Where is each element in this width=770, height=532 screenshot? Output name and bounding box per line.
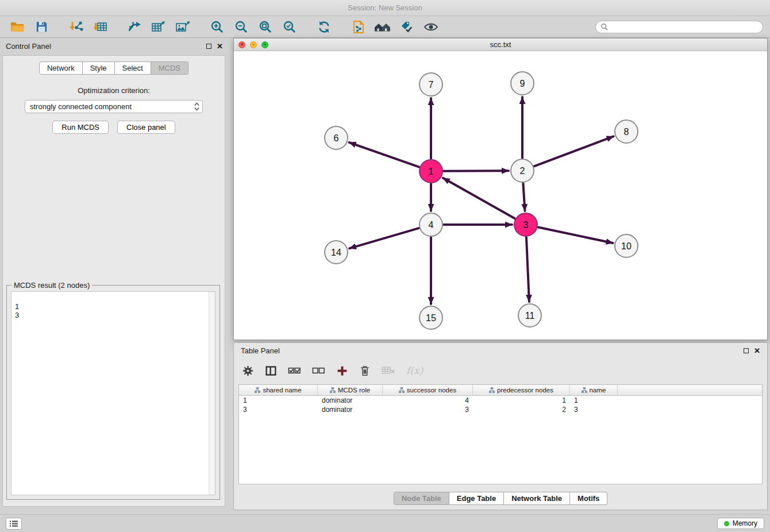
select-all-columns-button[interactable]	[288, 365, 301, 376]
graph-node-8[interactable]: 8	[615, 120, 638, 143]
column-header-predecessor-nodes[interactable]: predecessor nodes	[473, 385, 570, 395]
graph-node-4[interactable]: 4	[419, 213, 442, 236]
table-cell: 2	[473, 406, 570, 414]
run-mcds-button[interactable]: Run MCDS	[52, 121, 109, 134]
edge-3-1[interactable]	[443, 178, 515, 218]
node-label: 3	[523, 220, 529, 230]
graph-node-7[interactable]: 7	[419, 73, 442, 96]
search-field[interactable]	[595, 21, 763, 33]
memory-button[interactable]: Memory	[717, 518, 764, 529]
table-row[interactable]: 1dominator411	[239, 396, 762, 405]
table-header-row: shared nameMCDS rolesuccessor nodesprede…	[239, 385, 762, 396]
minimize-window-icon[interactable]: −	[250, 41, 257, 48]
task-history-button[interactable]	[6, 518, 22, 530]
criterion-dropdown[interactable]: strongly connected component	[25, 100, 203, 113]
annotation-button[interactable]	[396, 18, 417, 36]
memory-status-icon	[724, 521, 729, 526]
float-panel-icon[interactable]	[206, 44, 211, 49]
result-scrollbar[interactable]	[209, 292, 215, 495]
column-header-shared-name[interactable]: shared name	[239, 385, 318, 395]
graph-node-15[interactable]: 15	[419, 306, 442, 329]
close-panel-button[interactable]: Close panel	[117, 121, 175, 134]
column-header-MCDS-role[interactable]: MCDS role	[318, 385, 383, 395]
edge-3-10[interactable]	[538, 228, 613, 243]
network-graph[interactable]: 7968124314101511	[234, 51, 767, 340]
table-panel-tabs: Node Table Edge Table Network Table Moti…	[234, 492, 767, 505]
tab-select[interactable]: Select	[115, 61, 151, 75]
float-table-panel-icon[interactable]	[744, 348, 749, 353]
edge-1-2[interactable]	[444, 171, 509, 171]
window-controls: ✕ − +	[234, 41, 268, 48]
export-image-button[interactable]	[172, 18, 193, 36]
column-header-successor-nodes[interactable]: successor nodes	[383, 385, 473, 395]
toggle-graphics-button[interactable]	[421, 18, 441, 36]
function-builder-button[interactable]: f(x)	[406, 365, 423, 376]
zoom-in-button[interactable]	[207, 18, 228, 36]
zoom-fit-button[interactable]	[255, 18, 276, 36]
zoom-in-icon	[210, 20, 224, 34]
table-toolbar: f(x)	[242, 359, 423, 382]
edge-2-8[interactable]	[534, 136, 614, 166]
table-cell: 3	[239, 406, 318, 414]
graph-node-10[interactable]: 10	[615, 234, 638, 257]
graph-node-14[interactable]: 14	[325, 241, 348, 264]
tab-network-table[interactable]: Network Table	[504, 492, 570, 505]
node-label: 4	[429, 220, 434, 230]
close-window-icon[interactable]: ✕	[238, 41, 245, 48]
tab-network[interactable]: Network	[39, 61, 83, 75]
unselect-all-columns-button[interactable]	[312, 365, 325, 376]
table-cell: 1	[239, 396, 318, 404]
column-sort-icon	[330, 387, 336, 393]
apply-layout-button[interactable]	[314, 18, 334, 36]
delete-column-button[interactable]	[382, 365, 395, 376]
columns-icon	[265, 365, 277, 377]
export-table-button[interactable]	[148, 18, 169, 36]
table-row[interactable]: 3dominator323	[239, 405, 762, 414]
graph-node-11[interactable]: 11	[518, 304, 541, 327]
edge-1-6[interactable]	[349, 142, 419, 167]
node-label: 9	[520, 79, 525, 88]
import-table-button[interactable]	[90, 18, 110, 36]
dropdown-stepper-icon	[194, 102, 199, 111]
node-label: 6	[334, 133, 339, 143]
tab-edge-table[interactable]: Edge Table	[449, 492, 504, 505]
status-bar: Memory	[0, 514, 770, 532]
zoom-selected-button[interactable]	[279, 18, 300, 36]
graph-node-1[interactable]: 1	[419, 160, 442, 183]
edge-2-3[interactable]	[523, 183, 525, 211]
tab-mcds[interactable]: MCDS	[151, 61, 188, 75]
graph-node-9[interactable]: 9	[511, 72, 534, 95]
create-column-button[interactable]	[336, 365, 348, 377]
export-toolbar-group	[124, 18, 193, 36]
mcds-result-values: 1 3	[15, 302, 19, 319]
graph-node-2[interactable]: 2	[511, 159, 534, 182]
search-input[interactable]	[611, 23, 758, 31]
edge-3-11[interactable]	[526, 237, 529, 302]
open-session-button[interactable]	[7, 18, 28, 36]
tab-style[interactable]: Style	[83, 61, 115, 75]
close-table-panel-icon[interactable]: ✕	[754, 347, 760, 354]
column-header-name[interactable]: name	[570, 385, 618, 395]
tab-motifs[interactable]: Motifs	[570, 492, 607, 505]
trash-icon	[359, 364, 371, 377]
network-overview-button[interactable]	[348, 18, 369, 36]
import-network-button[interactable]	[66, 18, 86, 36]
first-neighbors-button[interactable]	[372, 18, 393, 36]
table-settings-button[interactable]	[242, 365, 254, 377]
zoom-window-icon[interactable]: +	[261, 41, 268, 48]
eye-icon	[424, 22, 438, 32]
tab-node-table[interactable]: Node Table	[394, 492, 449, 505]
graph-node-3[interactable]: 3	[514, 213, 537, 236]
show-columns-button[interactable]	[265, 365, 277, 377]
graph-node-6[interactable]: 6	[325, 126, 348, 149]
export-network-button[interactable]	[124, 18, 145, 36]
delete-row-button[interactable]	[359, 364, 371, 377]
network-view-window: scc.txt ✕ − + 7968124314101511	[233, 38, 768, 340]
edge-4-14[interactable]	[349, 228, 419, 248]
mcds-result-text-area[interactable]: 1 3	[11, 291, 215, 495]
column-sort-icon	[582, 387, 587, 393]
network-canvas[interactable]: 7968124314101511	[234, 51, 767, 340]
close-panel-icon[interactable]: ✕	[217, 43, 223, 50]
save-session-button[interactable]	[31, 18, 52, 36]
zoom-out-button[interactable]	[231, 18, 252, 36]
